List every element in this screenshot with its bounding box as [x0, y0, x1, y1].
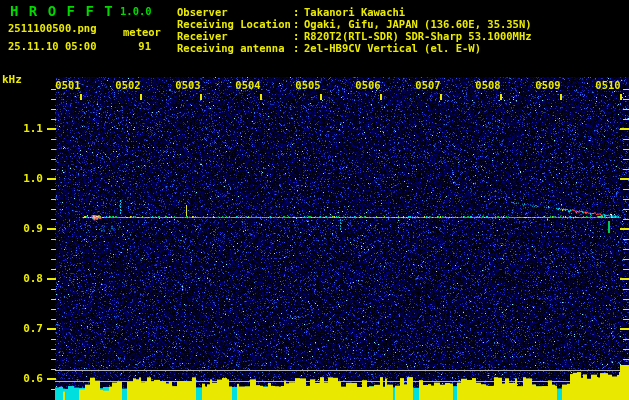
file-name: 2511100500.png — [8, 23, 97, 34]
info-label: Receiver — [177, 31, 228, 42]
echo-count: 91 — [123, 41, 151, 52]
time-tick-label: 0504 — [235, 80, 261, 91]
time-tick-label: 0507 — [415, 80, 441, 91]
freq-tick-label: 1.0 — [8, 173, 43, 184]
time-tick-label: 0502 — [115, 80, 141, 91]
app-version: 1.0.0 — [120, 6, 152, 17]
app-title: H R O F F T — [10, 4, 114, 18]
time-tick-label: 0510 — [595, 80, 621, 91]
time-tick-label: 0503 — [175, 80, 201, 91]
info-colon: : — [293, 7, 299, 18]
info-value: Ogaki, Gifu, JAPAN (136.60E, 35.35N) — [304, 19, 532, 30]
time-tick-label: 0501 — [55, 80, 81, 91]
info-value: 2el-HB9CV Vertical (el. E-W) — [304, 43, 481, 54]
time-tick-label: 0506 — [355, 80, 381, 91]
mode-label: meteor — [123, 27, 161, 38]
freq-tick-label: 0.8 — [8, 273, 43, 284]
info-colon: : — [293, 19, 299, 30]
freq-axis-unit: kHz — [2, 74, 22, 85]
info-colon: : — [293, 31, 299, 42]
freq-tick-label: 1.1 — [8, 123, 43, 134]
info-label: Observer — [177, 7, 228, 18]
info-label: Receiving Location — [177, 19, 291, 30]
hrofft-window: H R O F F T 1.0.0 2511100500.png meteor … — [0, 0, 629, 400]
time-tick-label: 0505 — [295, 80, 321, 91]
spectrogram-canvas — [0, 0, 629, 400]
freq-tick-label: 0.9 — [8, 223, 43, 234]
time-tick-label: 0509 — [535, 80, 561, 91]
time-tick-label: 0508 — [475, 80, 501, 91]
info-value: R820T2(RTL-SDR) SDR-Sharp 53.1000MHz — [304, 31, 532, 42]
info-colon: : — [293, 43, 299, 54]
info-label: Receiving antenna — [177, 43, 284, 54]
info-value: Takanori Kawachi — [304, 7, 405, 18]
datetime-label: 25.11.10 05:00 — [8, 41, 97, 52]
freq-tick-label: 0.6 — [8, 373, 43, 384]
freq-tick-label: 0.7 — [8, 323, 43, 334]
